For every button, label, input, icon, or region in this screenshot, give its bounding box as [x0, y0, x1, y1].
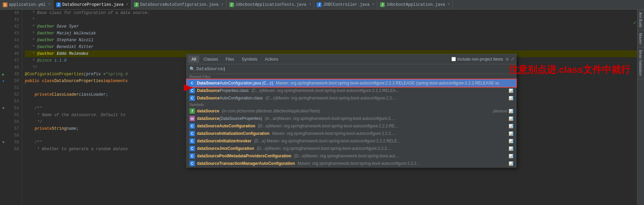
tab-close-jdbcboot-app[interactable]: × — [448, 3, 450, 6]
item-detail-field-1: (in com.yichunnnn.jdbcboot.JdbcbootAppli… — [222, 109, 490, 113]
item-name-datasource-autoconfig: DataSourceAutoConfiguration.java (C...c) — [197, 81, 273, 85]
popup-item-datasource-tx-manager[interactable]: C dataSourceTransactionManagerAutoConfig… — [187, 160, 516, 167]
item-detail-sym-4: (D...a)Maven: org.springframework.boot:s… — [257, 146, 507, 151]
item-detail-sym-5: (D...a)Maven: org.springframework.boot:s… — [294, 154, 507, 158]
tab-label-jdbcboot-app: JdbcbootApplication.java — [386, 2, 445, 7]
tab-close-jdbcboot-tests[interactable]: × — [309, 3, 311, 6]
item-detail-sym-1: (D...a)Maven: org.springframework.boot:s… — [258, 124, 507, 128]
item-right-icon-sym-1: 📊 — [507, 124, 513, 128]
tab-close-datasource-properties[interactable]: × — [126, 3, 128, 6]
field-icon-1: f — [189, 108, 195, 114]
popup-tab-classes[interactable]: Classes — [200, 56, 221, 63]
fold-icon-54[interactable]: ▼ — [2, 107, 4, 110]
linenum-46: 46 — [10, 50, 19, 57]
gutter-46 — [0, 50, 7, 57]
gutter-56 — [0, 119, 7, 125]
tab-jdbcboot-tests[interactable]: J JdbcbootApplicationTests.java × — [227, 0, 314, 9]
item-right-icon-method-1: 📊 — [507, 116, 513, 121]
item-right-icon-sym-2: 📊 — [507, 131, 513, 136]
search-input-text[interactable]: DataSource — [196, 66, 223, 72]
linenum-56: 56 — [10, 119, 19, 125]
popup-item-datasource-jmx[interactable]: C dataSourceJmxConfiguration (D...a)Mave… — [187, 145, 516, 152]
popup-item-datasource-autoconfig-class[interactable]: C DataSourceAutoConfiguration.class (C..… — [187, 94, 516, 102]
popup-tab-symbols[interactable]: Symbols — [238, 56, 261, 63]
ant-build-panel[interactable]: Ant Build — [638, 10, 644, 30]
search-icon: 🔍 — [189, 66, 195, 72]
tab-bar: y application.yml × J DataSourceProperti… — [0, 0, 644, 10]
class-icon-7: C — [189, 146, 195, 151]
popup-item-datasource-init-config[interactable]: C dataSourceInitializationConfiguration … — [187, 130, 516, 137]
linenum-44: 44 — [10, 37, 19, 44]
java-blue-icon-1: J — [56, 2, 61, 7]
linenum-45: 45 — [10, 44, 19, 50]
gutter-58 — [0, 132, 7, 139]
item-detail-2: (C...s)Maven: org.springframework.boot:s… — [251, 88, 507, 93]
right-panels: Ant Build Maven Bean Validation — [637, 10, 644, 205]
item-right-icon-sym-4: 📊 — [507, 146, 513, 151]
code-line-45: * @author Benedikt Ritter — [25, 44, 637, 50]
gutter-45 — [0, 44, 7, 50]
fold-icon-59[interactable]: ▼ — [2, 141, 4, 144]
maven-panel[interactable]: Maven — [638, 30, 644, 47]
gutter-43 — [0, 30, 7, 37]
tab-application-yml[interactable]: y application.yml × — [0, 0, 53, 9]
linenum-42: 42 — [10, 23, 19, 30]
linenum-50: 50 — [10, 78, 19, 84]
linenum-52: 52 — [10, 91, 19, 98]
popup-item-datasource-properties-class[interactable]: C DataSourceProperties.class (C...s)Mave… — [187, 87, 516, 94]
tab-close-datasource-autoconfig[interactable]: × — [221, 3, 224, 6]
item-right-icon-3: 📊 — [509, 96, 513, 100]
bean-validation-panel[interactable]: Bean Validation — [638, 47, 644, 79]
java-blue-icon-2: J — [317, 2, 321, 7]
popup-item-datasource-autoconfig-java[interactable]: C DataSourceAutoConfiguration.java (C...… — [187, 79, 516, 87]
include-non-project-label: Include non-project items — [457, 57, 503, 62]
popup-tab-bar: All Classes Files Symbols Actions Includ… — [187, 54, 516, 64]
linenum-48: 48 — [10, 64, 19, 71]
gutter-48 — [0, 64, 7, 71]
linenum-43: 43 — [10, 30, 19, 37]
item-detail-sym-2: Maven: org.springframework.boot:spring-b… — [272, 131, 507, 136]
item-detail-sym-6: Maven: org.springframework.boot:spring-b… — [298, 161, 507, 166]
popup-item-datasource-method[interactable]: m dataSource(DataSourceProperties) (in..… — [187, 115, 516, 122]
gutter-53 — [0, 98, 7, 105]
item-right-icon-sym-3: 📊 — [507, 139, 513, 143]
tab-label-datasource-autoconfig: DataSourceAutoConfiguration.java — [140, 2, 218, 7]
item-detail-sym-3: (D...a) Maven: org.springframework.boot:… — [254, 139, 507, 143]
tab-datasource-properties[interactable]: J DataSourceProperties.java × — [53, 0, 131, 9]
item-name-datasource-props: DataSourceProperties.class — [197, 88, 249, 93]
tab-label-datasource-properties: DataSourceProperties.java — [62, 2, 123, 7]
gutter-54: ▼ — [0, 105, 7, 112]
popup-item-datasource-init-invoker[interactable]: C dataSourceInitializerInvoker (D...a) M… — [187, 137, 516, 145]
code-line-43: * @author Maciej Walkowiak — [25, 30, 637, 37]
code-line-42: * @author Dave Syer — [25, 23, 637, 30]
linenum-55: 55 — [10, 112, 19, 119]
popup-settings-icon[interactable]: ⚙ — [506, 56, 509, 62]
run-icon-49: ▶ — [2, 72, 4, 77]
item-detail-method-1: (in...ari)Maven: org.springframework.boo… — [265, 116, 507, 121]
popup-tab-files[interactable]: Files — [222, 56, 237, 63]
popup-tab-actions[interactable]: Actions — [261, 56, 281, 63]
popup-tab-all[interactable]: All — [188, 56, 199, 63]
popup-item-datasource-field[interactable]: f dataSource (in com.yichunnnn.jdbcboot.… — [187, 107, 516, 115]
tab-close-jdbc-controller[interactable]: × — [372, 3, 374, 6]
popup-expand-icon[interactable]: ⤢ — [511, 56, 515, 62]
code-line-44: * @author Stephane Nicoll — [25, 37, 637, 44]
linenum-40: 40 — [10, 10, 19, 16]
class-icon-8: C — [189, 153, 195, 159]
include-non-project-checkbox[interactable] — [451, 57, 456, 61]
class-icon-9: C — [189, 161, 195, 166]
popup-item-datasource-autoconfig-sym[interactable]: C dataSourceAutoConfiguration (D...a)Mav… — [187, 122, 516, 130]
item-name-datasource-init-invoker: dataSourceInitializerInvoker — [197, 139, 251, 143]
tab-jdbc-controller[interactable]: J JDBCController.java × — [314, 0, 377, 9]
linenum-51: 51 — [10, 84, 19, 91]
item-name-datasource-field: dataSource — [197, 109, 219, 113]
tab-datasource-autoconfig[interactable]: J DataSourceAutoConfiguration.java × — [131, 0, 226, 9]
gutter-44 — [0, 37, 7, 44]
tab-close-application-yml[interactable]: × — [48, 3, 50, 6]
item-name-datasource-autoconfig-sym: dataSourceAutoConfiguration — [197, 124, 255, 128]
bean-icon-50: ● — [2, 79, 4, 83]
item-right-icon-field-1: 📊 — [507, 109, 513, 113]
tab-jdbcboot-app[interactable]: J JdbcbootApplication.java × — [377, 0, 453, 9]
popup-item-datasource-pool[interactable]: C dataSourcePoolMetadataProvidersConfigu… — [187, 152, 516, 160]
gutter-47 — [0, 57, 7, 64]
